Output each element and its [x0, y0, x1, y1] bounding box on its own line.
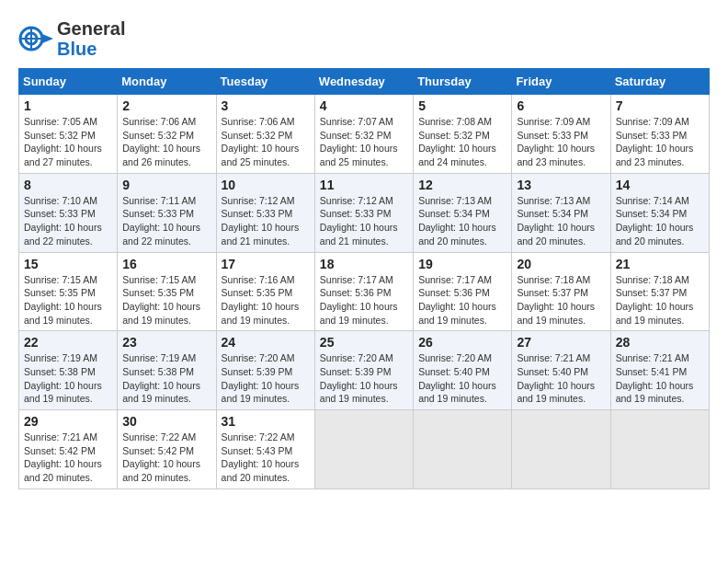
- calendar-cell: 31Sunrise: 7:22 AMSunset: 5:43 PMDayligh…: [216, 410, 314, 489]
- day-info: Sunrise: 7:22 AMSunset: 5:42 PMDaylight:…: [122, 431, 210, 485]
- day-number: 8: [24, 178, 112, 192]
- day-info: Sunrise: 7:17 AMSunset: 5:36 PMDaylight:…: [320, 273, 408, 327]
- day-number: 23: [122, 335, 210, 350]
- weekday-header-friday: Friday: [512, 69, 610, 95]
- day-info: Sunrise: 7:22 AMSunset: 5:43 PMDaylight:…: [222, 431, 310, 485]
- day-info: Sunrise: 7:21 AMSunset: 5:41 PMDaylight:…: [616, 351, 704, 406]
- day-info: Sunrise: 7:09 AMSunset: 5:33 PMDaylight:…: [517, 115, 605, 169]
- logo: General Blue: [18, 18, 125, 59]
- calendar-cell: 7Sunrise: 7:09 AMSunset: 5:33 PMDaylight…: [610, 95, 709, 174]
- day-info: Sunrise: 7:06 AMSunset: 5:32 PMDaylight:…: [222, 115, 310, 169]
- day-number: 5: [418, 98, 506, 113]
- calendar-cell: 21Sunrise: 7:18 AMSunset: 5:37 PMDayligh…: [610, 252, 709, 331]
- calendar-cell: [512, 410, 610, 489]
- calendar-cell: 19Sunrise: 7:17 AMSunset: 5:36 PMDayligh…: [414, 252, 512, 331]
- day-info: Sunrise: 7:06 AMSunset: 5:32 PMDaylight:…: [122, 115, 210, 169]
- day-info: Sunrise: 7:07 AMSunset: 5:32 PMDaylight:…: [320, 115, 408, 169]
- day-number: 24: [222, 335, 310, 350]
- calendar-cell: 20Sunrise: 7:18 AMSunset: 5:37 PMDayligh…: [512, 252, 610, 331]
- weekday-header-monday: Monday: [118, 69, 216, 95]
- day-number: 10: [222, 178, 310, 192]
- day-number: 28: [616, 335, 704, 350]
- calendar-cell: 29Sunrise: 7:21 AMSunset: 5:42 PMDayligh…: [19, 410, 118, 489]
- day-number: 14: [616, 178, 704, 192]
- calendar-week-row: 8Sunrise: 7:10 AMSunset: 5:33 PMDaylight…: [19, 173, 710, 252]
- day-number: 12: [418, 178, 506, 192]
- calendar-cell: 5Sunrise: 7:08 AMSunset: 5:32 PMDaylight…: [414, 95, 512, 174]
- calendar-cell: 25Sunrise: 7:20 AMSunset: 5:39 PMDayligh…: [314, 331, 413, 410]
- calendar-cell: 4Sunrise: 7:07 AMSunset: 5:32 PMDaylight…: [314, 95, 413, 174]
- calendar-week-row: 1Sunrise: 7:05 AMSunset: 5:32 PMDaylight…: [19, 95, 710, 174]
- calendar-cell: 6Sunrise: 7:09 AMSunset: 5:33 PMDaylight…: [512, 95, 610, 174]
- day-number: 1: [24, 98, 112, 113]
- day-number: 15: [24, 257, 112, 271]
- day-number: 20: [517, 257, 605, 271]
- day-number: 21: [616, 257, 704, 271]
- calendar-cell: 9Sunrise: 7:11 AMSunset: 5:33 PMDaylight…: [118, 173, 216, 252]
- day-info: Sunrise: 7:11 AMSunset: 5:33 PMDaylight:…: [122, 194, 210, 248]
- weekday-header-wednesday: Wednesday: [314, 69, 413, 95]
- day-info: Sunrise: 7:10 AMSunset: 5:33 PMDaylight:…: [24, 194, 112, 248]
- day-number: 31: [222, 414, 310, 429]
- day-info: Sunrise: 7:15 AMSunset: 5:35 PMDaylight:…: [122, 273, 210, 327]
- calendar-cell: 1Sunrise: 7:05 AMSunset: 5:32 PMDaylight…: [19, 95, 118, 174]
- day-info: Sunrise: 7:05 AMSunset: 5:32 PMDaylight:…: [24, 115, 112, 169]
- day-info: Sunrise: 7:20 AMSunset: 5:40 PMDaylight:…: [418, 351, 506, 406]
- weekday-header-row: SundayMondayTuesdayWednesdayThursdayFrid…: [19, 69, 710, 95]
- svg-marker-4: [42, 34, 53, 43]
- calendar-cell: [610, 410, 709, 489]
- calendar-cell: 8Sunrise: 7:10 AMSunset: 5:33 PMDaylight…: [19, 173, 118, 252]
- day-number: 7: [616, 98, 704, 113]
- day-info: Sunrise: 7:19 AMSunset: 5:38 PMDaylight:…: [122, 351, 210, 406]
- calendar-cell: 10Sunrise: 7:12 AMSunset: 5:33 PMDayligh…: [216, 173, 314, 252]
- day-info: Sunrise: 7:12 AMSunset: 5:33 PMDaylight:…: [222, 194, 310, 248]
- day-info: Sunrise: 7:18 AMSunset: 5:37 PMDaylight:…: [616, 273, 704, 327]
- day-number: 3: [222, 98, 310, 113]
- day-info: Sunrise: 7:13 AMSunset: 5:34 PMDaylight:…: [517, 194, 605, 248]
- day-info: Sunrise: 7:12 AMSunset: 5:33 PMDaylight:…: [320, 194, 408, 248]
- calendar-cell: 26Sunrise: 7:20 AMSunset: 5:40 PMDayligh…: [414, 331, 512, 410]
- calendar-cell: 15Sunrise: 7:15 AMSunset: 5:35 PMDayligh…: [19, 252, 118, 331]
- calendar-cell: [314, 410, 413, 489]
- day-number: 27: [517, 335, 605, 350]
- calendar-cell: 17Sunrise: 7:16 AMSunset: 5:35 PMDayligh…: [216, 252, 314, 331]
- day-number: 25: [320, 335, 408, 350]
- calendar-cell: [414, 410, 512, 489]
- day-info: Sunrise: 7:21 AMSunset: 5:42 PMDaylight:…: [24, 431, 112, 485]
- logo-blue: Blue: [57, 39, 125, 59]
- day-number: 4: [320, 98, 408, 113]
- day-info: Sunrise: 7:18 AMSunset: 5:37 PMDaylight:…: [517, 273, 605, 327]
- day-number: 17: [222, 257, 310, 271]
- weekday-header-thursday: Thursday: [414, 69, 512, 95]
- weekday-header-sunday: Sunday: [19, 69, 118, 95]
- calendar-cell: 24Sunrise: 7:20 AMSunset: 5:39 PMDayligh…: [216, 331, 314, 410]
- day-number: 13: [517, 178, 605, 192]
- weekday-header-saturday: Saturday: [610, 69, 709, 95]
- day-info: Sunrise: 7:09 AMSunset: 5:33 PMDaylight:…: [616, 115, 704, 169]
- day-number: 16: [122, 257, 210, 271]
- day-number: 11: [320, 178, 408, 192]
- calendar-cell: 2Sunrise: 7:06 AMSunset: 5:32 PMDaylight…: [118, 95, 216, 174]
- day-number: 19: [418, 257, 506, 271]
- day-info: Sunrise: 7:20 AMSunset: 5:39 PMDaylight:…: [222, 351, 310, 406]
- day-info: Sunrise: 7:20 AMSunset: 5:39 PMDaylight:…: [320, 351, 408, 406]
- day-number: 18: [320, 257, 408, 271]
- day-info: Sunrise: 7:13 AMSunset: 5:34 PMDaylight:…: [418, 194, 506, 248]
- calendar-cell: 14Sunrise: 7:14 AMSunset: 5:34 PMDayligh…: [610, 173, 709, 252]
- day-number: 29: [24, 414, 112, 429]
- calendar-week-row: 15Sunrise: 7:15 AMSunset: 5:35 PMDayligh…: [19, 252, 710, 331]
- day-number: 2: [122, 98, 210, 113]
- day-info: Sunrise: 7:08 AMSunset: 5:32 PMDaylight:…: [418, 115, 506, 169]
- logo-general: General: [57, 18, 125, 39]
- day-number: 26: [418, 335, 506, 350]
- calendar-cell: 27Sunrise: 7:21 AMSunset: 5:40 PMDayligh…: [512, 331, 610, 410]
- day-number: 6: [517, 98, 605, 113]
- calendar-cell: 13Sunrise: 7:13 AMSunset: 5:34 PMDayligh…: [512, 173, 610, 252]
- calendar-cell: 11Sunrise: 7:12 AMSunset: 5:33 PMDayligh…: [314, 173, 413, 252]
- calendar-cell: 28Sunrise: 7:21 AMSunset: 5:41 PMDayligh…: [610, 331, 709, 410]
- day-number: 30: [122, 414, 210, 429]
- day-info: Sunrise: 7:19 AMSunset: 5:38 PMDaylight:…: [24, 351, 112, 406]
- calendar-cell: 16Sunrise: 7:15 AMSunset: 5:35 PMDayligh…: [118, 252, 216, 331]
- day-info: Sunrise: 7:21 AMSunset: 5:40 PMDaylight:…: [517, 351, 605, 406]
- day-number: 9: [122, 178, 210, 192]
